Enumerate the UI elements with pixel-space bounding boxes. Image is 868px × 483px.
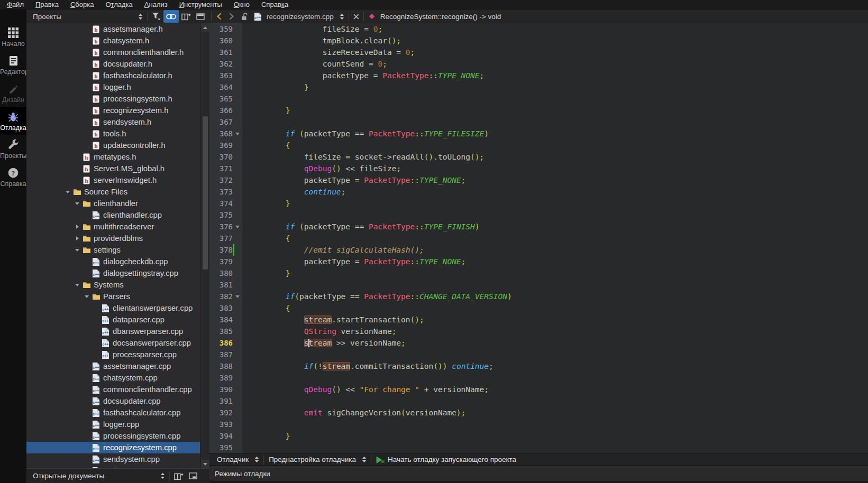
gutter-line-376[interactable]: 376 [209, 221, 242, 233]
code-line-395[interactable]: 395 [209, 442, 868, 453]
code-text[interactable]: if(packetType == PacketType::CHANGE_DATA… [242, 291, 868, 302]
code-line-386[interactable]: 386 stream >> versionName; [209, 337, 868, 349]
mode-item-debug[interactable]: Отладка [0, 107, 26, 135]
scroll-up-icon[interactable] [201, 23, 209, 32]
gutter-line-390[interactable]: 390 [209, 384, 242, 395]
mode-item-edit[interactable]: Редактор [0, 51, 26, 79]
menu-item-3[interactable]: Отладка [99, 0, 138, 9]
code-line-384[interactable]: 384 stream.startTransaction(); [209, 314, 868, 326]
fold-marker-icon[interactable] [233, 291, 242, 302]
menu-item-6[interactable]: Окно [228, 0, 255, 9]
tree-item[interactable]: c++dialogsettingstray.cpp [26, 267, 200, 279]
tree-item[interactable]: hupdatecontroller.h [26, 140, 200, 151]
gutter-line-377[interactable]: 377 [209, 233, 242, 244]
gutter-line-366[interactable]: 366 [209, 105, 242, 116]
gutter-line-391[interactable]: 391 [209, 395, 242, 407]
close-document-icon[interactable] [351, 10, 362, 23]
menu-item-1[interactable]: Правка [30, 0, 65, 9]
menu-item-4[interactable]: Анализ [139, 0, 173, 9]
code-line-371[interactable]: 371 qDebug() << fileSize; [209, 163, 868, 174]
code-text[interactable]: stream >> versionName; [242, 337, 868, 349]
gutter-line-394[interactable]: 394 [209, 430, 242, 442]
tree-item[interactable]: c++processingsystem.cpp [26, 430, 200, 442]
code-text[interactable]: stream.startTransaction(); [242, 314, 868, 326]
gutter-line-381[interactable]: 381 [209, 279, 242, 291]
code-text[interactable] [242, 419, 868, 430]
tree-item[interactable]: c++chatsystem.cpp [26, 372, 200, 384]
code-text[interactable] [242, 349, 868, 360]
code-text[interactable]: if (packetType == PacketType::TYPE_FINIS… [242, 221, 868, 233]
code-text[interactable]: } [242, 105, 868, 116]
code-line-375[interactable]: 375 [209, 209, 868, 221]
gutter-line-375[interactable]: 375 [209, 209, 242, 221]
tree-item[interactable]: hrecognizesystem.h [26, 105, 200, 116]
code-text[interactable]: qDebug() << fileSize; [242, 163, 868, 174]
code-line-387[interactable]: 387 [209, 349, 868, 360]
tree-item[interactable]: hcommonclienthandler.h [26, 47, 200, 58]
code-line-373[interactable]: 373 continue; [209, 186, 868, 198]
tree-item[interactable]: c++dbanswerparser.cpp [26, 326, 200, 337]
debugger-combo-dropdown-icon[interactable] [252, 454, 262, 465]
document-dropdown-icon[interactable] [337, 10, 347, 23]
code-text[interactable]: { [242, 233, 868, 244]
expand-arrow-icon[interactable] [72, 249, 82, 252]
code-text[interactable]: tmpBlock.clear(); [242, 35, 868, 47]
gutter-line-393[interactable]: 393 [209, 419, 242, 430]
menu-item-7[interactable]: Справка [255, 0, 294, 9]
tree-item[interactable]: hserverlmswidget.h [26, 174, 200, 186]
gutter-line-360[interactable]: 360 [209, 35, 242, 47]
code-text[interactable] [242, 372, 868, 384]
tree-item[interactable]: c++docsanswerparser.cpp [26, 337, 200, 349]
gutter-line-392[interactable]: 392 [209, 407, 242, 419]
gutter-line-389[interactable]: 389 [209, 372, 242, 384]
tree-item[interactable]: Parsers [26, 291, 200, 302]
code-line-370[interactable]: 370 fileSize = socket->readAll().toULong… [209, 151, 868, 163]
tree-item[interactable]: hchatsystem.h [26, 35, 200, 47]
fold-marker-icon[interactable] [233, 128, 242, 140]
debugger-preset-combo[interactable]: Преднастройка отладчика [266, 456, 359, 463]
filter-icon[interactable] [149, 10, 163, 23]
code-line-368[interactable]: 368 if (packetType == PacketType::TYPE_F… [209, 128, 868, 140]
code-line-392[interactable]: 392 emit sigChangeVersion(versionName); [209, 407, 868, 419]
tree-item[interactable]: Source Files [26, 186, 200, 198]
sync-with-editor-icon[interactable] [163, 10, 179, 23]
tree-item[interactable]: c++processparser.cpp [26, 349, 200, 360]
menu-item-0[interactable]: Файл [1, 0, 30, 9]
code-line-389[interactable]: 389 [209, 372, 868, 384]
tree-item[interactable]: hServerLMS_global.h [26, 163, 200, 174]
code-line-374[interactable]: 374 } [209, 198, 868, 209]
gutter-line-384[interactable]: 384 [209, 314, 242, 326]
gutter-line-382[interactable]: 382 [209, 291, 242, 302]
code-line-383[interactable]: 383 { [209, 302, 868, 314]
tree-item[interactable]: c++fasthashcalculator.cpp [26, 407, 200, 419]
code-line-359[interactable]: 359 fileSize = 0; [209, 23, 868, 35]
code-line-390[interactable]: 390 qDebug() << "For change " + versionN… [209, 384, 868, 395]
open-documents-dropdown-icon[interactable] [158, 469, 168, 483]
gutter-line-369[interactable]: 369 [209, 140, 242, 151]
code-text[interactable]: qDebug() << "For change " + versionName; [242, 384, 868, 395]
tree-item[interactable]: hdocsupdater.h [26, 58, 200, 70]
tree-item[interactable]: c++sendsystem.cpp [26, 453, 200, 465]
tree-item[interactable]: Systems [26, 279, 200, 291]
tree-item[interactable]: htools.h [26, 128, 200, 140]
code-line-363[interactable]: 363 packetType = PacketType::TYPE_NONE; [209, 70, 868, 81]
gutter-line-388[interactable]: 388 [209, 360, 242, 372]
gutter-line-374[interactable]: 374 [209, 198, 242, 209]
tree-item[interactable]: c++clientanswerparser.cpp [26, 302, 200, 314]
tree-item[interactable]: clienthandler [26, 198, 200, 209]
code-text[interactable]: emit sigChangeVersion(versionName); [242, 407, 868, 419]
mode-item-projects[interactable]: Проекты [0, 135, 26, 163]
code-line-394[interactable]: 394 } [209, 430, 868, 442]
gutter-line-361[interactable]: 361 [209, 47, 242, 58]
code-text[interactable] [242, 442, 868, 453]
expand-arrow-icon[interactable] [63, 191, 72, 193]
tree-item[interactable]: hassetsmanager.h [26, 23, 200, 35]
scrollbar-thumb[interactable] [203, 116, 208, 270]
menu-item-2[interactable]: Сборка [65, 0, 100, 9]
code-line-360[interactable]: 360 tmpBlock.clear(); [209, 35, 868, 47]
gutter-line-368[interactable]: 368 [209, 128, 242, 140]
split-panel-icon[interactable] [179, 10, 194, 23]
code-text[interactable]: } [242, 81, 868, 93]
code-line-372[interactable]: 372 packetType = PacketType::TYPE_NONE; [209, 174, 868, 186]
gutter-line-380[interactable]: 380 [209, 267, 242, 279]
